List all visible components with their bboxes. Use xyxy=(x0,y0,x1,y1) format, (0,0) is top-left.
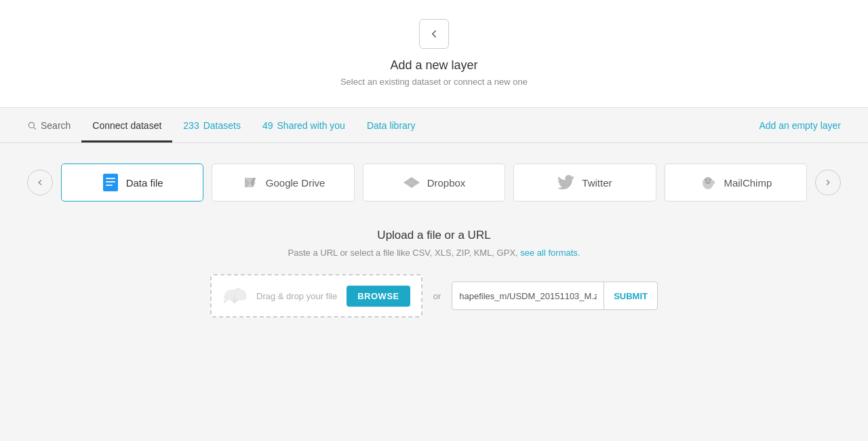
search-icon xyxy=(27,121,37,130)
svg-point-16 xyxy=(705,179,707,180)
svg-point-17 xyxy=(709,179,711,180)
svg-point-18 xyxy=(712,180,715,185)
page-subtitle: Select an existing dataset or connect a … xyxy=(340,77,528,87)
connector-data-file[interactable]: Data file xyxy=(61,164,203,202)
browse-button[interactable]: BROWSE xyxy=(347,286,410,307)
connector-mailchimp[interactable]: MailChimp xyxy=(665,164,807,202)
svg-point-0 xyxy=(28,122,34,128)
svg-point-15 xyxy=(705,177,711,184)
connector-twitter[interactable]: Twitter xyxy=(513,164,656,202)
url-input[interactable] xyxy=(452,282,604,309)
chevron-left-icon xyxy=(35,178,45,187)
nav-connect-dataset[interactable]: Connect dataset xyxy=(81,108,172,142)
back-button[interactable] xyxy=(419,19,449,49)
connector-twitter-label: Twitter xyxy=(582,177,612,189)
submit-button[interactable]: SUBMIT xyxy=(604,282,657,309)
data-file-icon xyxy=(102,174,119,191)
main-content: Data file Google Drive xyxy=(0,143,868,338)
nav-data-library[interactable]: Data library xyxy=(356,108,427,142)
connector-google-drive[interactable]: Google Drive xyxy=(212,164,354,202)
or-text: or xyxy=(433,291,441,301)
next-arrow-button[interactable] xyxy=(815,170,841,195)
connector-data-file-label: Data file xyxy=(126,177,163,189)
see-all-formats-link[interactable]: see all formats. xyxy=(520,248,580,258)
connector-row: Data file Google Drive xyxy=(27,164,841,202)
back-arrow-icon xyxy=(428,28,440,40)
svg-rect-4 xyxy=(106,181,115,183)
nav-shared[interactable]: 49 Shared with you xyxy=(252,108,356,142)
connector-google-drive-label: Google Drive xyxy=(266,177,326,189)
drop-label: Drag & drop your file xyxy=(256,291,337,301)
connector-dropbox[interactable]: Dropbox xyxy=(363,164,505,202)
url-input-wrap: SUBMIT xyxy=(452,282,658,310)
nav-datasets[interactable]: 233 Datasets xyxy=(172,108,252,142)
add-empty-layer-link[interactable]: Add an empty layer xyxy=(759,120,841,131)
connector-mailchimp-label: MailChimp xyxy=(724,177,772,189)
dropbox-icon xyxy=(403,174,420,191)
connector-dropbox-label: Dropbox xyxy=(427,177,466,189)
svg-rect-5 xyxy=(106,185,113,186)
svg-rect-3 xyxy=(106,178,115,179)
twitter-icon xyxy=(557,174,575,191)
chevron-right-icon xyxy=(823,178,833,187)
mailchimp-icon xyxy=(699,174,717,191)
upload-subtitle: Paste a URL or select a file like CSV, X… xyxy=(288,248,580,258)
upload-title: Upload a file or a URL xyxy=(377,229,490,242)
upload-section: Upload a file or a URL Paste a URL or se… xyxy=(27,229,841,318)
google-drive-icon xyxy=(241,174,259,191)
drop-icon xyxy=(222,286,247,305)
nav-search[interactable]: Search xyxy=(27,108,81,142)
nav-right: Add an empty layer xyxy=(759,119,841,132)
prev-arrow-button[interactable] xyxy=(27,170,53,195)
page-title: Add a new layer xyxy=(390,58,477,73)
upload-row: Drag & drop your file BROWSE or SUBMIT xyxy=(210,274,658,318)
svg-line-1 xyxy=(34,128,36,130)
top-section: Add a new layer Select an existing datas… xyxy=(0,0,868,108)
drop-zone[interactable]: Drag & drop your file BROWSE xyxy=(210,274,422,318)
nav-bar: Search Connect dataset 233 Datasets 49 S… xyxy=(0,108,868,143)
